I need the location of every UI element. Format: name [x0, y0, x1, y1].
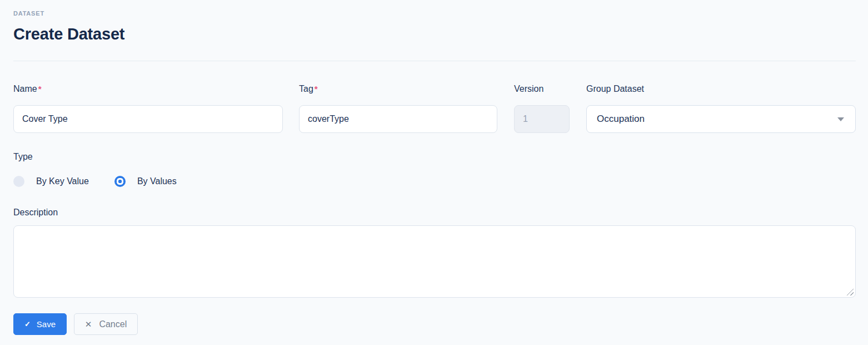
- type-label: Type: [13, 151, 856, 162]
- radio-unselected-icon[interactable]: [13, 176, 24, 187]
- group-dataset-label-text: Group Dataset: [586, 84, 644, 93]
- radio-by-key-value[interactable]: By Key Value: [13, 176, 89, 187]
- name-input[interactable]: [13, 105, 283, 133]
- form-actions: ✓ Save ✕ Cancel: [13, 313, 856, 335]
- name-field-group: Name*: [13, 83, 283, 133]
- cancel-button[interactable]: ✕ Cancel: [74, 313, 138, 335]
- group-dataset-select[interactable]: Occupation: [586, 105, 856, 133]
- close-icon: ✕: [85, 319, 92, 329]
- description-textarea-wrap: [13, 225, 856, 298]
- version-label-text: Version: [514, 84, 543, 93]
- tag-field-group: Tag*: [299, 83, 497, 133]
- version-label: Version: [514, 83, 570, 95]
- breadcrumb-eyebrow: DATASET: [13, 10, 856, 17]
- type-section: Type By Key Value By Values: [13, 151, 856, 187]
- tag-label-text: Tag: [299, 84, 313, 93]
- radio-selected-icon[interactable]: [114, 176, 126, 187]
- radio-by-values-label: By Values: [137, 176, 177, 186]
- save-button-label: Save: [37, 319, 56, 329]
- radio-by-values[interactable]: By Values: [114, 176, 177, 187]
- description-textarea[interactable]: [13, 225, 856, 298]
- header-divider: [13, 61, 856, 61]
- radio-by-key-value-label: By Key Value: [36, 176, 89, 186]
- name-label-text: Name: [13, 84, 37, 93]
- tag-label: Tag*: [299, 83, 497, 95]
- cancel-button-label: Cancel: [99, 319, 127, 329]
- group-dataset-field-group: Group Dataset Occupation: [586, 83, 856, 133]
- group-dataset-selected-value: Occupation: [597, 114, 645, 125]
- page-title: Create Dataset: [13, 24, 856, 43]
- form-field-row: Name* Tag* Version Group Dataset Occupat…: [13, 83, 856, 133]
- version-input: [514, 105, 570, 133]
- description-label: Description: [13, 207, 856, 218]
- check-icon: ✓: [24, 320, 31, 328]
- save-button[interactable]: ✓ Save: [13, 313, 67, 335]
- version-field-group: Version: [514, 83, 570, 133]
- required-asterisk: *: [38, 84, 42, 93]
- name-label: Name*: [13, 83, 283, 95]
- chevron-down-icon: [837, 117, 844, 121]
- tag-input[interactable]: [299, 105, 497, 133]
- create-dataset-page: DATASET Create Dataset Name* Tag* Versio…: [0, 0, 868, 335]
- required-asterisk: *: [315, 84, 318, 93]
- description-section: Description: [13, 207, 856, 298]
- group-dataset-label: Group Dataset: [586, 83, 856, 95]
- type-radio-group: By Key Value By Values: [13, 176, 856, 187]
